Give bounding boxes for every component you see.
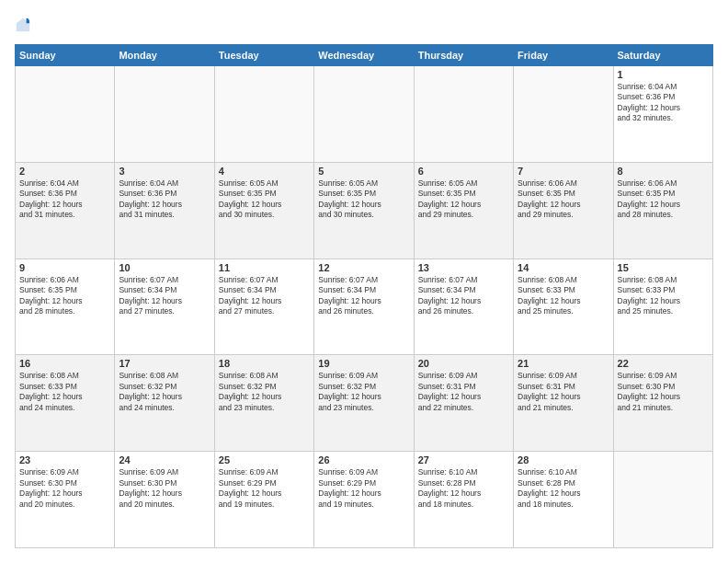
col-header-saturday: Saturday	[613, 45, 712, 66]
col-header-tuesday: Tuesday	[214, 45, 313, 66]
cell-date-number: 3	[119, 166, 210, 177]
calendar-cell: 25Sunrise: 6:09 AM Sunset: 6:29 PM Dayli…	[214, 452, 313, 548]
calendar-cell: 2Sunrise: 6:04 AM Sunset: 6:36 PM Daylig…	[16, 162, 115, 259]
calendar-cell: 15Sunrise: 6:08 AM Sunset: 6:33 PM Dayli…	[613, 259, 712, 355]
cell-date-number: 16	[19, 358, 110, 369]
cell-info-text: Sunrise: 6:09 AM Sunset: 6:30 PM Dayligh…	[19, 467, 110, 510]
calendar-cell: 19Sunrise: 6:09 AM Sunset: 6:32 PM Dayli…	[314, 355, 414, 452]
cell-date-number: 23	[19, 454, 110, 465]
calendar-cell: 7Sunrise: 6:06 AM Sunset: 6:35 PM Daylig…	[514, 162, 613, 259]
calendar-cell: 3Sunrise: 6:04 AM Sunset: 6:36 PM Daylig…	[115, 162, 214, 259]
cell-date-number: 18	[219, 358, 310, 369]
cell-date-number: 27	[418, 454, 509, 465]
cell-info-text: Sunrise: 6:05 AM Sunset: 6:35 PM Dayligh…	[219, 178, 310, 221]
cell-date-number: 20	[418, 358, 509, 369]
calendar-cell	[214, 66, 313, 163]
cell-info-text: Sunrise: 6:09 AM Sunset: 6:31 PM Dayligh…	[418, 371, 509, 413]
cell-info-text: Sunrise: 6:07 AM Sunset: 6:34 PM Dayligh…	[418, 275, 509, 317]
week-row-5: 23Sunrise: 6:09 AM Sunset: 6:30 PM Dayli…	[16, 452, 713, 548]
cell-date-number: 6	[418, 166, 509, 177]
col-header-monday: Monday	[115, 45, 214, 66]
cell-date-number: 9	[19, 262, 110, 273]
cell-date-number: 7	[518, 166, 609, 177]
calendar-cell: 10Sunrise: 6:07 AM Sunset: 6:34 PM Dayli…	[115, 259, 214, 355]
calendar-cell: 21Sunrise: 6:09 AM Sunset: 6:31 PM Dayli…	[514, 355, 613, 452]
cell-date-number: 14	[518, 262, 609, 273]
cell-date-number: 28	[518, 454, 609, 465]
cell-info-text: Sunrise: 6:06 AM Sunset: 6:35 PM Dayligh…	[19, 275, 110, 317]
cell-date-number: 11	[219, 262, 310, 273]
calendar-cell	[613, 452, 712, 548]
cell-date-number: 26	[318, 454, 409, 465]
cell-info-text: Sunrise: 6:06 AM Sunset: 6:35 PM Dayligh…	[518, 178, 609, 221]
cell-info-text: Sunrise: 6:10 AM Sunset: 6:28 PM Dayligh…	[518, 467, 609, 510]
col-header-sunday: Sunday	[16, 45, 115, 66]
cell-info-text: Sunrise: 6:09 AM Sunset: 6:29 PM Dayligh…	[219, 467, 310, 510]
logo	[15, 15, 33, 35]
cell-date-number: 12	[318, 262, 409, 273]
calendar-cell: 8Sunrise: 6:06 AM Sunset: 6:35 PM Daylig…	[613, 162, 712, 259]
cell-date-number: 22	[618, 358, 709, 369]
cell-info-text: Sunrise: 6:04 AM Sunset: 6:36 PM Dayligh…	[618, 82, 709, 124]
calendar-cell: 27Sunrise: 6:10 AM Sunset: 6:28 PM Dayli…	[414, 452, 513, 548]
calendar-header-row: SundayMondayTuesdayWednesdayThursdayFrid…	[16, 45, 713, 66]
week-row-3: 9Sunrise: 6:06 AM Sunset: 6:35 PM Daylig…	[16, 259, 713, 355]
calendar-cell: 6Sunrise: 6:05 AM Sunset: 6:35 PM Daylig…	[414, 162, 513, 259]
cell-info-text: Sunrise: 6:04 AM Sunset: 6:36 PM Dayligh…	[119, 178, 210, 221]
calendar-cell: 22Sunrise: 6:09 AM Sunset: 6:30 PM Dayli…	[613, 355, 712, 452]
cell-info-text: Sunrise: 6:07 AM Sunset: 6:34 PM Dayligh…	[219, 275, 310, 317]
calendar-cell: 26Sunrise: 6:09 AM Sunset: 6:29 PM Dayli…	[314, 452, 414, 548]
cell-info-text: Sunrise: 6:09 AM Sunset: 6:32 PM Dayligh…	[318, 371, 409, 413]
cell-info-text: Sunrise: 6:05 AM Sunset: 6:35 PM Dayligh…	[418, 178, 509, 221]
cell-date-number: 4	[219, 166, 310, 177]
header	[15, 15, 713, 35]
calendar-cell: 9Sunrise: 6:06 AM Sunset: 6:35 PM Daylig…	[16, 259, 115, 355]
cell-info-text: Sunrise: 6:07 AM Sunset: 6:34 PM Dayligh…	[318, 275, 409, 317]
calendar-cell: 20Sunrise: 6:09 AM Sunset: 6:31 PM Dayli…	[414, 355, 513, 452]
col-header-friday: Friday	[514, 45, 613, 66]
cell-info-text: Sunrise: 6:08 AM Sunset: 6:32 PM Dayligh…	[219, 371, 310, 413]
calendar-cell: 11Sunrise: 6:07 AM Sunset: 6:34 PM Dayli…	[214, 259, 313, 355]
calendar-cell	[115, 66, 214, 163]
calendar-cell: 4Sunrise: 6:05 AM Sunset: 6:35 PM Daylig…	[214, 162, 313, 259]
week-row-2: 2Sunrise: 6:04 AM Sunset: 6:36 PM Daylig…	[16, 162, 713, 259]
col-header-thursday: Thursday	[414, 45, 513, 66]
col-header-wednesday: Wednesday	[314, 45, 414, 66]
cell-date-number: 25	[219, 454, 310, 465]
cell-info-text: Sunrise: 6:08 AM Sunset: 6:33 PM Dayligh…	[618, 275, 709, 317]
cell-info-text: Sunrise: 6:06 AM Sunset: 6:35 PM Dayligh…	[618, 178, 709, 221]
cell-info-text: Sunrise: 6:09 AM Sunset: 6:30 PM Dayligh…	[618, 371, 709, 413]
calendar-cell: 1Sunrise: 6:04 AM Sunset: 6:36 PM Daylig…	[613, 66, 712, 163]
cell-date-number: 15	[618, 262, 709, 273]
cell-date-number: 2	[19, 166, 110, 177]
calendar-cell	[414, 66, 513, 163]
calendar-cell: 23Sunrise: 6:09 AM Sunset: 6:30 PM Dayli…	[16, 452, 115, 548]
cell-date-number: 13	[418, 262, 509, 273]
calendar-cell	[514, 66, 613, 163]
cell-info-text: Sunrise: 6:05 AM Sunset: 6:35 PM Dayligh…	[318, 178, 409, 221]
cell-date-number: 21	[518, 358, 609, 369]
calendar-cell: 18Sunrise: 6:08 AM Sunset: 6:32 PM Dayli…	[214, 355, 313, 452]
calendar-cell: 13Sunrise: 6:07 AM Sunset: 6:34 PM Dayli…	[414, 259, 513, 355]
calendar-cell: 14Sunrise: 6:08 AM Sunset: 6:33 PM Dayli…	[514, 259, 613, 355]
cell-date-number: 19	[318, 358, 409, 369]
calendar-cell: 16Sunrise: 6:08 AM Sunset: 6:33 PM Dayli…	[16, 355, 115, 452]
cell-info-text: Sunrise: 6:10 AM Sunset: 6:28 PM Dayligh…	[418, 467, 509, 510]
cell-date-number: 10	[119, 262, 210, 273]
calendar-cell: 5Sunrise: 6:05 AM Sunset: 6:35 PM Daylig…	[314, 162, 414, 259]
week-row-4: 16Sunrise: 6:08 AM Sunset: 6:33 PM Dayli…	[16, 355, 713, 452]
calendar-cell: 17Sunrise: 6:08 AM Sunset: 6:32 PM Dayli…	[115, 355, 214, 452]
cell-info-text: Sunrise: 6:09 AM Sunset: 6:30 PM Dayligh…	[119, 467, 210, 510]
calendar-cell: 12Sunrise: 6:07 AM Sunset: 6:34 PM Dayli…	[314, 259, 414, 355]
cell-date-number: 1	[618, 69, 709, 80]
calendar-cell	[314, 66, 414, 163]
cell-date-number: 24	[119, 454, 210, 465]
calendar-table: SundayMondayTuesdayWednesdayThursdayFrid…	[15, 44, 713, 548]
cell-date-number: 8	[618, 166, 709, 177]
week-row-1: 1Sunrise: 6:04 AM Sunset: 6:36 PM Daylig…	[16, 66, 713, 163]
cell-info-text: Sunrise: 6:09 AM Sunset: 6:29 PM Dayligh…	[318, 467, 409, 510]
calendar-cell	[16, 66, 115, 163]
logo-icon	[15, 17, 31, 33]
cell-date-number: 5	[318, 166, 409, 177]
cell-info-text: Sunrise: 6:09 AM Sunset: 6:31 PM Dayligh…	[518, 371, 609, 413]
